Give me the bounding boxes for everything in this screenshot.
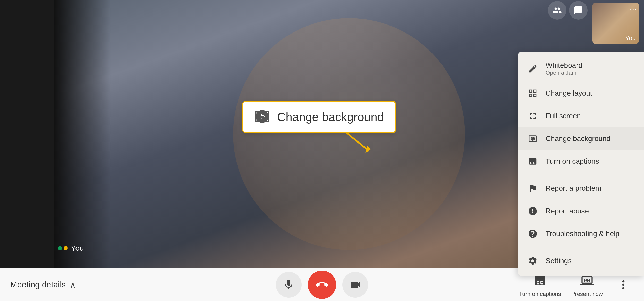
participants-button[interactable] <box>548 1 566 20</box>
self-preview: You ⋯ <box>592 3 639 44</box>
menu-item-report-abuse[interactable]: Report abuse <box>518 200 644 222</box>
warning-icon <box>527 205 538 217</box>
more-options-button[interactable] <box>613 274 634 295</box>
status-dot-green <box>58 246 62 250</box>
menu-item-troubleshooting[interactable]: Troubleshooting & help <box>518 222 644 245</box>
report-abuse-text: Report abuse <box>546 207 589 215</box>
captions-button-label: Turn on captions <box>519 291 561 297</box>
whiteboard-text: Whiteboard Open a Jam <box>546 61 582 76</box>
troubleshooting-label: Troubleshooting & help <box>546 230 620 238</box>
flag-icon <box>527 183 538 194</box>
layout-icon <box>527 88 538 99</box>
change-bg-callout: Change background <box>242 101 396 133</box>
gear-icon <box>527 255 538 266</box>
camera-button[interactable] <box>342 272 368 298</box>
chevron-up-icon: ∧ <box>70 280 76 290</box>
whiteboard-label: Whiteboard <box>546 61 582 70</box>
full-screen-label: Full screen <box>546 112 581 120</box>
menu-item-turn-on-captions[interactable]: Turn on captions <box>518 150 644 173</box>
change-background-text: Change background <box>546 135 611 143</box>
menu-divider-2 <box>527 247 635 247</box>
help-icon <box>527 228 538 239</box>
callout-text: Change background <box>277 110 384 124</box>
settings-text: Settings <box>546 257 572 265</box>
top-bar: 2:47 PM You ⋯ <box>54 0 644 21</box>
pencil-icon <box>527 63 538 74</box>
video-area: 2:47 PM You ⋯ You Change background <box>0 0 644 268</box>
chat-button[interactable] <box>569 1 588 20</box>
menu-item-report-problem[interactable]: Report a problem <box>518 177 644 200</box>
status-dot-yellow <box>64 246 68 250</box>
status-dots <box>58 246 68 250</box>
turn-on-captions-text: Turn on captions <box>546 157 599 165</box>
bottom-controls <box>276 271 368 299</box>
menu-divider-1 <box>527 175 635 175</box>
report-problem-label: Report a problem <box>546 184 601 193</box>
mic-button[interactable] <box>276 272 302 298</box>
meeting-details-button[interactable]: Meeting details ∧ <box>10 280 76 290</box>
svg-point-2 <box>531 137 534 140</box>
menu-item-change-layout[interactable]: Change layout <box>518 82 644 105</box>
callout-bg-icon <box>255 109 270 125</box>
end-call-button[interactable] <box>308 271 336 299</box>
troubleshooting-text: Troubleshooting & help <box>546 230 620 238</box>
menu-item-full-screen[interactable]: Full screen <box>518 105 644 127</box>
fullscreen-icon <box>527 110 538 122</box>
change-layout-text: Change layout <box>546 89 592 97</box>
present-now-button-label: Present now <box>571 291 603 297</box>
change-background-label: Change background <box>546 135 611 143</box>
report-abuse-label: Report abuse <box>546 207 589 215</box>
menu-item-settings[interactable]: Settings <box>518 249 644 272</box>
you-label: You <box>58 244 84 253</box>
meeting-details-label: Meeting details <box>10 280 66 289</box>
change-layout-label: Change layout <box>546 89 592 97</box>
self-preview-label: You <box>625 35 636 42</box>
background-icon <box>527 133 538 144</box>
menu-item-whiteboard[interactable]: Whiteboard Open a Jam <box>518 56 644 82</box>
whiteboard-sublabel: Open a Jam <box>546 70 582 76</box>
context-menu: Whiteboard Open a Jam Change layout Full… <box>518 52 644 276</box>
report-problem-text: Report a problem <box>546 184 601 193</box>
captions-icon <box>527 156 538 167</box>
self-preview-more-options[interactable]: ⋯ <box>630 5 637 13</box>
you-text: You <box>71 244 84 253</box>
menu-item-change-background[interactable]: Change background <box>518 127 644 150</box>
settings-label: Settings <box>546 257 572 265</box>
full-screen-text: Full screen <box>546 112 581 120</box>
turn-on-captions-label: Turn on captions <box>546 157 599 165</box>
